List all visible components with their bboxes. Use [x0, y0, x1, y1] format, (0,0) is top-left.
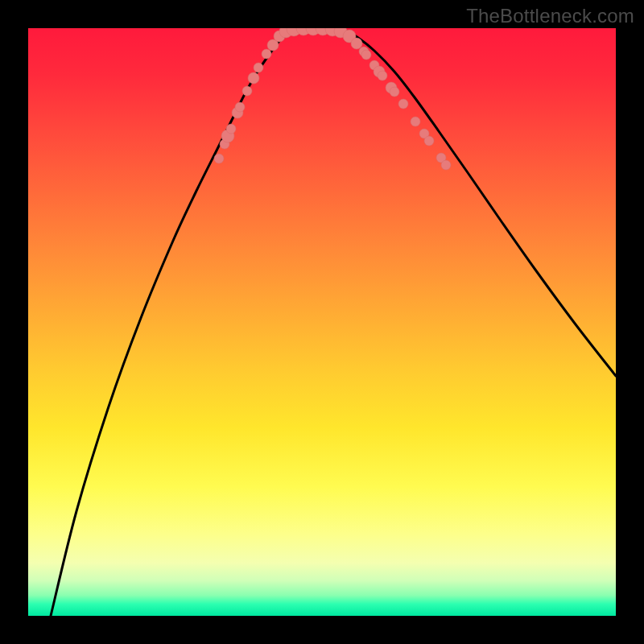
chart-plot-area — [28, 28, 616, 616]
data-point-marker — [369, 60, 379, 70]
data-point-marker — [359, 47, 369, 56]
data-point-marker — [254, 63, 263, 72]
data-point-marker — [316, 28, 330, 35]
data-point-marker — [325, 28, 340, 36]
data-point-marker — [267, 39, 279, 51]
data-point-marker — [361, 50, 371, 60]
data-point-marker — [398, 99, 408, 109]
data-point-marker — [411, 117, 420, 126]
data-point-marker — [424, 136, 434, 146]
data-point-marker — [374, 66, 385, 77]
data-point-marker — [343, 30, 356, 43]
data-point-marker — [334, 28, 347, 38]
data-point-marker — [306, 28, 320, 35]
data-point-marker — [226, 124, 236, 134]
curve-data-points — [214, 28, 451, 170]
bottleneck-curve — [51, 28, 616, 616]
data-point-marker — [248, 72, 259, 84]
data-point-marker — [262, 49, 271, 59]
data-point-marker — [221, 130, 234, 142]
data-point-marker — [232, 107, 243, 118]
data-point-marker — [386, 82, 397, 93]
data-point-marker — [390, 87, 399, 97]
data-point-marker — [351, 38, 362, 49]
data-point-marker — [214, 154, 224, 163]
data-point-marker — [296, 28, 311, 35]
data-point-marker — [419, 129, 429, 138]
watermark-label: TheBottleneck.com — [466, 5, 634, 27]
data-point-marker — [436, 153, 446, 163]
data-point-marker — [279, 28, 292, 38]
data-point-marker — [235, 102, 245, 112]
data-point-marker — [378, 71, 387, 80]
data-point-marker — [287, 28, 301, 36]
data-point-marker — [242, 86, 252, 96]
data-point-marker — [220, 139, 229, 149]
chart-svg — [28, 28, 616, 616]
data-point-marker — [441, 160, 451, 170]
data-point-marker — [274, 31, 285, 42]
